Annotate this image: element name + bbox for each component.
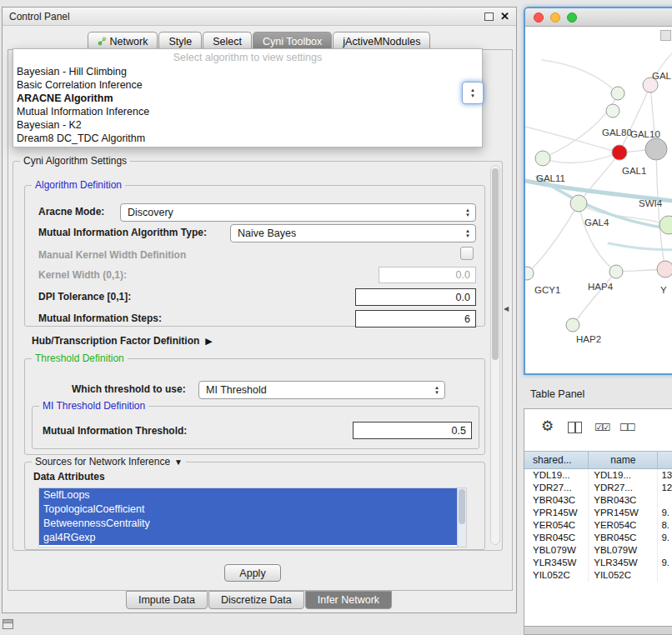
algorithm-option-mutual-information-inference[interactable]: Mutual Information Inference bbox=[13, 105, 482, 118]
table-row[interactable]: YDL19...YDL19...13 bbox=[524, 469, 672, 482]
network-canvas[interactable]: GALGAL80GAL10GAL1GAL11SWI4GAL4GCY1HAP4YH… bbox=[525, 27, 672, 375]
network-node[interactable] bbox=[659, 216, 672, 234]
columns-icon[interactable] bbox=[568, 422, 582, 433]
mac-close-button[interactable] bbox=[534, 12, 544, 22]
network-node[interactable] bbox=[570, 195, 587, 212]
collapse-arrow-icon[interactable]: ▼ bbox=[174, 456, 183, 468]
table-cell: YIL052C bbox=[589, 569, 658, 582]
expand-arrow-icon[interactable]: ▶ bbox=[205, 336, 212, 347]
algorithm-option-bayesian-k2[interactable]: Bayesian - K2 bbox=[13, 118, 482, 132]
attribute-item-betweennesscentrality[interactable]: BetweennessCentrality bbox=[39, 517, 466, 531]
algorithm-definition-title: Algorithm Definition bbox=[32, 179, 125, 192]
threshold-definition-title: Threshold Definition bbox=[32, 352, 128, 365]
tab-network[interactable]: Network bbox=[88, 32, 158, 50]
mi-threshold-field[interactable]: 0.5 bbox=[353, 422, 472, 439]
settings-scrollbar-thumb[interactable] bbox=[492, 168, 499, 360]
network-node-label-swi4: SWI4 bbox=[639, 198, 663, 208]
network-node[interactable] bbox=[566, 318, 579, 332]
table-row[interactable]: YBR045CYBR045C9. bbox=[524, 532, 672, 544]
manual-kernel-width-checkbox[interactable] bbox=[460, 247, 474, 260]
table-row[interactable]: YDR27...YDR27...12 bbox=[524, 482, 672, 494]
network-node-label-gcy1: GCY1 bbox=[534, 285, 560, 295]
hub-transcription-factor-section[interactable]: Hub/Transcription Factor Definition ▶ bbox=[32, 333, 213, 348]
data-attributes-list[interactable]: SelfLoopsTopologicalCoefficientBetweenne… bbox=[38, 488, 467, 548]
algorithm-dropdown-popup: Select algorithm to view settings Bayesi… bbox=[13, 48, 483, 148]
table-row[interactable]: YLR345WYLR345W9. bbox=[524, 557, 672, 569]
table-horizontal-scrollbar[interactable] bbox=[524, 626, 672, 634]
table-row[interactable]: YPR145WYPR145W9. bbox=[524, 507, 672, 519]
tab-select[interactable]: Select bbox=[203, 32, 252, 50]
bottom-tab-bar: Impute DataDiscretize DataInfer Network bbox=[3, 591, 516, 609]
apply-button[interactable]: Apply bbox=[224, 564, 281, 582]
stepper-icons: ▲▼ bbox=[465, 229, 470, 238]
bottom-tab-discretize-data[interactable]: Discretize Data bbox=[208, 591, 304, 609]
column-header-extra[interactable] bbox=[658, 452, 672, 470]
table-cell bbox=[658, 544, 672, 557]
which-threshold-combobox[interactable]: MI Threshold ▲▼ bbox=[198, 381, 445, 399]
float-window-icon[interactable] bbox=[484, 12, 494, 21]
mi-algorithm-type-combobox[interactable]: Naive Bayes ▲▼ bbox=[230, 224, 476, 242]
table-cell: 13 bbox=[658, 469, 672, 482]
tab-cyni-toolbox[interactable]: Cyni Toolbox bbox=[253, 32, 332, 50]
mac-minimize-button[interactable] bbox=[550, 12, 560, 22]
deselect-all-columns-icon[interactable]: ☐☐ bbox=[619, 422, 634, 433]
column-header-name[interactable]: name bbox=[589, 452, 658, 470]
network-node[interactable] bbox=[645, 138, 667, 160]
table-cell: YBR043C bbox=[589, 494, 658, 507]
table-cell: YLR345W bbox=[524, 557, 589, 569]
mi-threshold-label: Mutual Information Threshold: bbox=[43, 425, 187, 437]
data-attributes-label: Data Attributes bbox=[33, 471, 105, 482]
table-row[interactable]: YBR043CYBR043C bbox=[524, 494, 672, 507]
tab-style[interactable]: Style bbox=[158, 32, 202, 50]
gear-icon[interactable]: ⚙ bbox=[541, 418, 554, 434]
algorithm-option-aracne-algorithm[interactable]: ARACNE Algorithm bbox=[13, 92, 482, 105]
algorithm-option-basic-correlation-inference[interactable]: Basic Correlation Inference bbox=[13, 78, 482, 92]
algorithm-combobox-stepper[interactable]: ▲ ▼ bbox=[462, 82, 484, 104]
select-all-columns-icon[interactable]: ☑☑ bbox=[594, 422, 609, 433]
mi-steps-field[interactable]: 6 bbox=[355, 310, 476, 328]
aracne-mode-combobox[interactable]: Discovery ▲▼ bbox=[120, 203, 476, 222]
algorithm-dropdown-placeholder: Select algorithm to view settings bbox=[13, 51, 482, 65]
network-node[interactable] bbox=[612, 145, 627, 160]
network-node-label-gal11: GAL11 bbox=[536, 173, 565, 183]
bottom-tab-impute-data[interactable]: Impute Data bbox=[126, 591, 208, 609]
mi-algorithm-type-value: Naive Bayes bbox=[238, 228, 465, 239]
attribute-item-selfloops[interactable]: SelfLoops bbox=[39, 488, 466, 502]
network-node[interactable] bbox=[535, 151, 550, 166]
stepper-up-icon: ▲ bbox=[470, 88, 475, 92]
list-scrollbar[interactable] bbox=[457, 488, 466, 547]
table-row[interactable]: YIL052CYIL052C bbox=[524, 569, 672, 582]
network-scroll-button[interactable] bbox=[660, 30, 671, 41]
network-node[interactable] bbox=[657, 261, 672, 278]
table-cell: 8. bbox=[658, 519, 672, 532]
network-node[interactable] bbox=[606, 104, 619, 118]
list-scrollbar-thumb[interactable] bbox=[459, 489, 465, 524]
attribute-item-gal4rgexp[interactable]: gal4RGexp bbox=[39, 531, 466, 545]
table-cell: 12 bbox=[658, 482, 672, 494]
mac-zoom-button[interactable] bbox=[567, 12, 577, 22]
panel-collapse-arrow[interactable]: ◀ bbox=[504, 305, 509, 312]
network-edge bbox=[656, 149, 665, 269]
network-node[interactable] bbox=[611, 87, 624, 100]
network-node[interactable] bbox=[609, 265, 623, 278]
kernel-width-field[interactable]: 0.0 bbox=[379, 267, 476, 283]
sources-group-title[interactable]: Sources for Network Inference ▼ bbox=[32, 456, 186, 468]
bottom-tab-infer-network[interactable]: Infer Network bbox=[305, 591, 392, 609]
manual-kernel-width-label: Manual Kernel Width Definition bbox=[38, 249, 186, 261]
table-cell: YDL19... bbox=[524, 469, 589, 482]
dpi-tolerance-field[interactable]: 0.0 bbox=[355, 288, 476, 306]
attribute-item-topologicalcoefficient[interactable]: TopologicalCoefficient bbox=[39, 502, 466, 517]
settings-scrollbar[interactable] bbox=[490, 165, 500, 545]
table-cell: YBL079W bbox=[524, 544, 589, 557]
column-header-shared[interactable]: shared... bbox=[524, 452, 589, 470]
restore-panel-icon[interactable] bbox=[3, 619, 13, 629]
table-row[interactable]: YER054CYER054C8. bbox=[524, 519, 672, 532]
dpi-tolerance-label: DPI Tolerance [0,1]: bbox=[38, 291, 131, 302]
algorithm-option-bayesian-hill-climbing[interactable]: Bayesian - Hill Climbing bbox=[13, 65, 482, 78]
algorithm-option-dream8-dc-tdc-algorithm[interactable]: Dream8 DC_TDC Algorithm bbox=[13, 132, 482, 145]
table-row[interactable]: YBL079WYBL079W bbox=[524, 544, 672, 557]
close-icon[interactable]: ✕ bbox=[500, 12, 509, 22]
settings-group-title: Cyni Algorithm Settings bbox=[20, 155, 130, 168]
tab-label: jActiveMNodules bbox=[343, 36, 420, 48]
tab-jactivemnodules[interactable]: jActiveMNodules bbox=[333, 32, 430, 50]
